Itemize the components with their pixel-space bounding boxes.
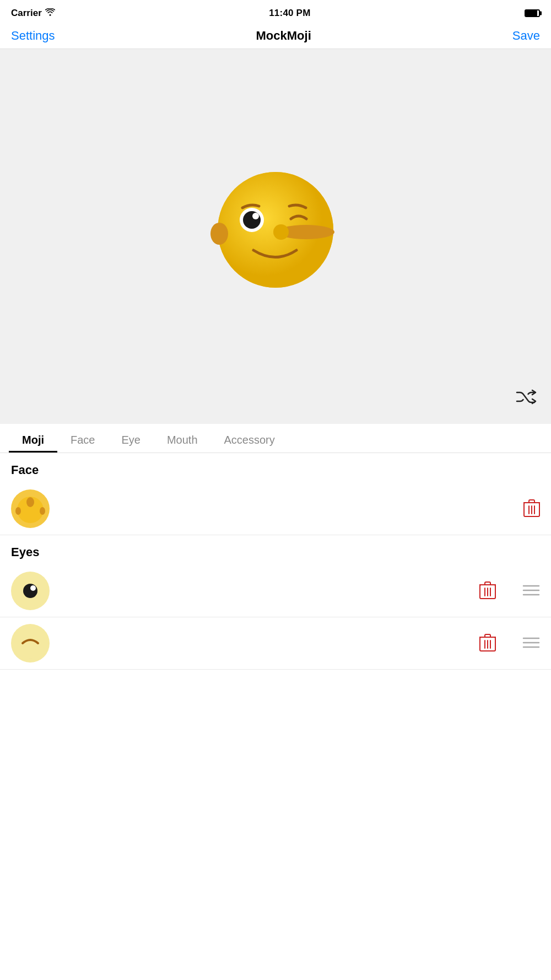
delete-face-button[interactable] xyxy=(523,499,540,519)
navigation-bar: Settings MockMoji Save xyxy=(0,24,551,49)
wifi-icon xyxy=(45,8,55,19)
status-bar: Carrier 11:40 PM xyxy=(0,0,551,24)
tab-mouth[interactable]: Mouth xyxy=(154,424,211,453)
tab-eye[interactable]: Eye xyxy=(108,424,153,453)
svg-point-10 xyxy=(26,497,34,507)
list-item xyxy=(0,565,551,617)
svg-point-8 xyxy=(273,224,289,240)
trash-icon xyxy=(479,633,496,652)
eye1-item-actions xyxy=(479,581,540,601)
save-button[interactable]: Save xyxy=(512,29,540,43)
emoji-preview-area xyxy=(0,49,551,424)
tab-moji[interactable]: Moji xyxy=(9,424,57,453)
shuffle-button[interactable] xyxy=(514,385,538,411)
face-thumbnail xyxy=(11,489,50,528)
tab-face[interactable]: Face xyxy=(57,424,108,453)
section-header-eyes: Eyes xyxy=(0,535,551,565)
carrier-label: Carrier xyxy=(11,8,42,19)
section-header-face: Face xyxy=(0,453,551,483)
tab-accessory[interactable]: Accessory xyxy=(211,424,288,453)
shuffle-icon xyxy=(514,385,538,409)
reorder-icon xyxy=(522,636,540,649)
svg-point-18 xyxy=(23,584,37,598)
page-title: MockMoji xyxy=(256,29,311,43)
face-item-actions xyxy=(523,499,540,519)
eye2-item-actions xyxy=(479,633,540,654)
trash-icon xyxy=(523,499,540,518)
svg-point-12 xyxy=(40,507,45,515)
status-time: 11:40 PM xyxy=(269,8,310,19)
list-item xyxy=(0,617,551,670)
svg-point-27 xyxy=(15,628,46,659)
reorder-icon xyxy=(522,584,540,597)
section-list: Face Eyes xyxy=(0,453,551,670)
delete-eye2-button[interactable] xyxy=(479,633,496,654)
trash-icon xyxy=(479,581,496,600)
battery-indicator xyxy=(525,8,540,18)
svg-point-6 xyxy=(252,213,259,219)
reorder-eye1-button[interactable] xyxy=(522,584,540,599)
list-item xyxy=(0,483,551,535)
eye2-thumbnail xyxy=(11,624,50,663)
settings-button[interactable]: Settings xyxy=(11,29,55,43)
svg-point-3 xyxy=(210,223,228,245)
tab-bar: Moji Face Eye Mouth Accessory xyxy=(0,424,551,453)
status-left: Carrier xyxy=(11,8,55,19)
delete-eye1-button[interactable] xyxy=(479,581,496,601)
eye1-thumbnail xyxy=(11,572,50,610)
reorder-eye2-button[interactable] xyxy=(522,636,540,651)
emoji-display xyxy=(204,148,347,325)
svg-point-19 xyxy=(30,585,36,591)
svg-point-11 xyxy=(15,507,21,515)
